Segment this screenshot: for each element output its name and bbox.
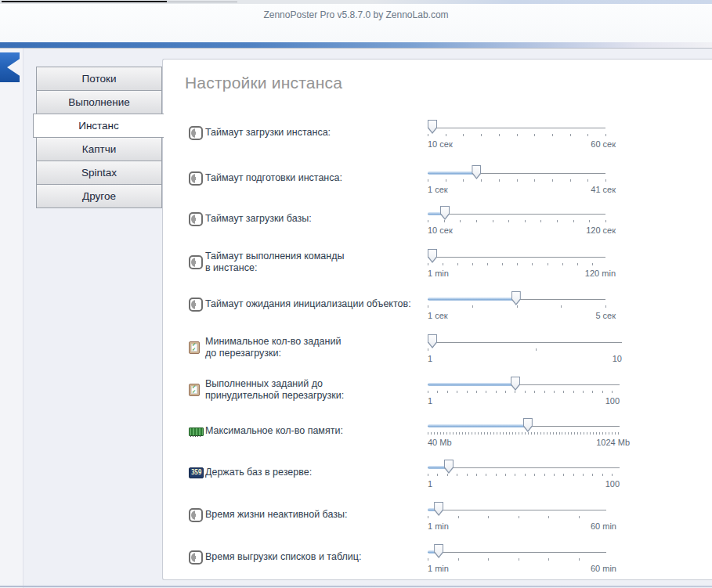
- setting-label: Минимальное кол-во заданий до перезагруз…: [205, 336, 440, 359]
- clock-icon: [189, 126, 203, 140]
- slider-fill: [428, 424, 528, 427]
- slider-range-labels: 10 сек120 сек: [428, 225, 605, 235]
- setting-label: Максимальное кол-во памяти:: [205, 425, 440, 437]
- slider-thumb[interactable]: [511, 377, 520, 391]
- clock-icon: [189, 298, 203, 312]
- slider-min-label: 1 min: [428, 521, 449, 531]
- slider-thumb[interactable]: [523, 418, 533, 432]
- slider-min-label: 1 сек: [428, 185, 448, 194]
- slider-range-labels: 1100: [428, 479, 620, 489]
- clock-icon: [189, 550, 203, 565]
- slider-min-label: 1 min: [428, 564, 449, 573]
- ram-icon: [189, 427, 204, 436]
- slider-fill: [428, 171, 476, 175]
- settings-panel: Настройки инстанса Таймаут загрузки инст…: [162, 59, 712, 580]
- slider-ticks: [428, 263, 605, 266]
- slider-ticks: [428, 220, 605, 223]
- setting-label: Время выгрузки списков и таблиц:: [205, 551, 440, 563]
- setting-label: Держать баз в резерве:: [205, 467, 440, 478]
- checklist-icon: [189, 384, 200, 396]
- slider-max-label: 60 min: [591, 521, 616, 531]
- slider-ticks: [428, 305, 605, 308]
- slider-fill: [428, 383, 515, 386]
- tab-spintax[interactable]: Spintax: [36, 161, 162, 185]
- slider-track[interactable]: [428, 128, 605, 128]
- setting-label: Таймаут подготовки инстанса:: [205, 172, 440, 184]
- checklist-icon: [189, 341, 200, 354]
- slider-max-label: 60 сек: [591, 139, 616, 149]
- window-title: ZennoPoster Pro v5.8.7.0 by ZennoLab.com: [263, 9, 448, 20]
- slider-range-labels: 1 сек41 сек: [428, 185, 605, 194]
- slider-ticks: [428, 558, 606, 561]
- slider-ticks: [428, 179, 605, 182]
- setting-label: Таймаут выполнения команды в инстансе:: [205, 251, 440, 273]
- slider-fill: [428, 298, 516, 301]
- slider-track[interactable]: [428, 467, 620, 468]
- tab-execution[interactable]: Выполнение: [36, 90, 162, 114]
- slider-min-label: 1: [428, 354, 432, 363]
- counter-icon: 359: [189, 467, 204, 478]
- slider-range-labels: 1 min60 min: [428, 564, 606, 573]
- setting-label: Выполненных заданий до принудительной пе…: [205, 378, 440, 401]
- slider-range-labels: 1 min120 min: [428, 269, 605, 278]
- slider-min-label: 10 сек: [428, 225, 453, 235]
- clock-icon: [189, 171, 203, 186]
- tab-instance[interactable]: Инстанс: [33, 114, 164, 138]
- slider-max-label: 120 min: [585, 269, 616, 278]
- slider-max-label: 41 сек: [591, 185, 616, 194]
- slider-track[interactable]: [428, 257, 605, 258]
- clock-icon: [189, 255, 203, 269]
- title-bar: ZennoPoster Pro v5.8.7.0 by ZennoLab.com: [0, 4, 712, 42]
- left-margin-strip: [0, 49, 23, 588]
- slider-range-labels: 1 min60 min: [428, 521, 606, 531]
- slider-ticks: [428, 432, 620, 435]
- slider-range-labels: 40 Mb1024 Mb: [428, 438, 620, 447]
- slider-max-label: 100: [605, 396, 620, 406]
- clock-icon: [189, 508, 203, 522]
- slider-thumb[interactable]: [472, 165, 481, 179]
- slider-track[interactable]: [428, 214, 605, 215]
- setting-label: Таймаут ожидания инициализации объектов:: [205, 298, 440, 310]
- slider-track[interactable]: [428, 510, 606, 510]
- slider-min-label: 10 сек: [428, 139, 453, 149]
- slider-range-labels: 110: [428, 354, 622, 363]
- tab-other[interactable]: Другое: [36, 184, 162, 208]
- app-window: ZennoPoster Pro v5.8.7.0 by ZennoLab.com…: [0, 0, 712, 588]
- slider-max-label: 100: [605, 479, 620, 489]
- tab-captcha[interactable]: Каптчи: [36, 137, 162, 161]
- slider-ticks: [428, 348, 622, 352]
- slider-min-label: 1: [428, 479, 432, 489]
- window-bottom-edge: [0, 586, 712, 587]
- slider-max-label: 60 min: [591, 564, 616, 573]
- slider-min-label: 1: [428, 396, 432, 406]
- slider-min-label: 40 Mb: [428, 438, 452, 447]
- slider-thumb[interactable]: [444, 460, 454, 474]
- slider-range-labels: 1100: [428, 396, 620, 406]
- slider-ticks: [428, 134, 605, 137]
- slider-min-label: 1 min: [428, 269, 449, 278]
- slider-ticks: [428, 516, 606, 519]
- tab-threads[interactable]: Потоки: [36, 67, 162, 91]
- slider-max-label: 5 сек: [595, 311, 616, 320]
- slider-thumb[interactable]: [440, 206, 450, 220]
- setting-label: Таймаут загрузки базы:: [205, 213, 440, 225]
- slider-ticks: [428, 391, 620, 394]
- setting-label: Время жизни неактивной базы:: [205, 509, 440, 521]
- page-title: Настройки инстанса: [185, 74, 342, 92]
- slider-max-label: 10: [613, 354, 622, 363]
- setting-label: Таймаут загрузки инстанса:: [205, 127, 440, 139]
- clock-icon: [189, 212, 203, 226]
- slider-range-labels: 10 сек60 сек: [428, 139, 605, 149]
- slider-ticks: [428, 474, 620, 477]
- slider-track[interactable]: [428, 342, 622, 343]
- slider-min-label: 1 сек: [428, 311, 448, 320]
- slider-thumb[interactable]: [511, 291, 521, 305]
- accent-bar: [0, 42, 712, 49]
- slider-max-label: 1024 Mb: [596, 438, 630, 447]
- slider-track[interactable]: [428, 552, 606, 553]
- slider-max-label: 120 сек: [586, 225, 616, 235]
- slider-range-labels: 1 сек5 сек: [428, 311, 605, 320]
